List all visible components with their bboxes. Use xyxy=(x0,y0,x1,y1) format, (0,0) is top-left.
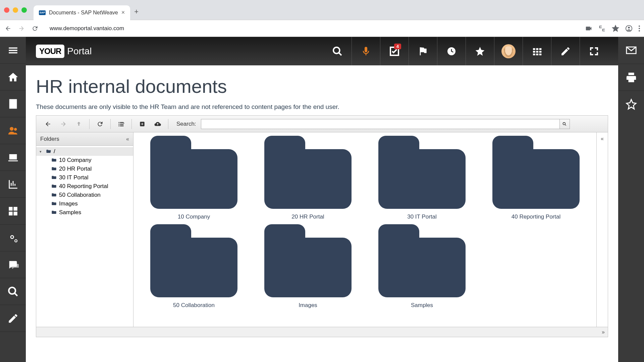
tree-item[interactable]: Images xyxy=(36,199,133,208)
folder-large-icon xyxy=(264,136,352,209)
file-explorer: Search: Folders « ▾ xyxy=(36,115,608,337)
rail-apps-button[interactable] xyxy=(0,198,26,225)
folder-item[interactable]: 40 Reporting Portal xyxy=(482,134,590,222)
new-tab-button[interactable]: + xyxy=(134,7,139,16)
explorer-back-button[interactable] xyxy=(41,118,55,130)
nav-back-button[interactable] xyxy=(4,24,12,33)
browser-toolbar: www.demoportal.vantaio.com xyxy=(0,20,644,37)
folder-large-icon xyxy=(378,136,466,209)
tree-item-label: 20 HR Portal xyxy=(59,166,92,172)
folder-item[interactable]: Images xyxy=(254,223,362,310)
header-search-button[interactable] xyxy=(323,37,352,65)
rail-edit-button[interactable] xyxy=(0,305,26,332)
rail-menu-button[interactable] xyxy=(0,37,26,64)
logo[interactable]: YOUR Portal xyxy=(36,45,92,58)
tab-close-icon[interactable]: × xyxy=(121,9,125,16)
rail-building-button[interactable] xyxy=(0,90,26,117)
folder-grid: 10 Company 20 HR Portal 30 IT Portal 40 … xyxy=(133,132,596,327)
folder-item[interactable]: 30 IT Portal xyxy=(368,134,476,222)
nav-reload-button[interactable] xyxy=(31,24,39,33)
browser-tab[interactable]: SAP Documents - SAP NetWeave × xyxy=(34,5,130,20)
folder-item[interactable]: 10 Company xyxy=(140,134,248,222)
right-rail-print-button[interactable] xyxy=(618,64,644,90)
header-tasks-button[interactable]: 4 xyxy=(380,37,409,65)
window-maximize[interactable] xyxy=(21,7,27,13)
search-input[interactable] xyxy=(201,119,559,129)
folder-label: Samples xyxy=(411,302,433,309)
explorer-footer: » xyxy=(36,327,608,337)
tree-item-label: Samples xyxy=(59,209,81,216)
explorer-forward-button[interactable] xyxy=(56,118,70,130)
folders-collapse-button[interactable]: « xyxy=(126,136,129,142)
explorer-refresh-button[interactable] xyxy=(93,118,107,130)
explorer-view-button[interactable] xyxy=(114,118,128,130)
folders-panel: Folders « ▾ / 10 Company 20 HR Portal 3 xyxy=(36,132,133,327)
rail-search-button[interactable] xyxy=(0,278,26,305)
tasks-badge: 4 xyxy=(394,44,401,49)
rail-users-button[interactable] xyxy=(0,117,26,144)
rail-home-button[interactable] xyxy=(0,64,26,90)
rail-settings-button[interactable] xyxy=(0,225,26,251)
header-edit-button[interactable] xyxy=(551,37,580,65)
header-mic-button[interactable] xyxy=(352,37,380,65)
tree-item[interactable]: 30 IT Portal xyxy=(36,173,133,182)
folder-item[interactable]: 50 Collaboration xyxy=(140,223,248,310)
profile-icon[interactable] xyxy=(625,25,633,32)
folder-label: 50 Collaboration xyxy=(173,302,215,309)
folder-item[interactable]: Samples xyxy=(368,223,476,310)
folder-large-icon xyxy=(264,224,352,297)
tree-item[interactable]: 10 Company xyxy=(36,156,133,165)
tab-favicon-icon: SAP xyxy=(39,10,46,15)
header-avatar-button[interactable] xyxy=(494,37,523,65)
header-flag-button[interactable] xyxy=(409,37,437,65)
explorer-new-button[interactable] xyxy=(135,118,149,130)
folders-header-label: Folders xyxy=(40,136,59,142)
folder-item[interactable]: 20 HR Portal xyxy=(254,134,362,222)
window-close[interactable] xyxy=(4,7,9,13)
right-rail-star-button[interactable] xyxy=(618,90,644,117)
header-clock-button[interactable] xyxy=(437,37,466,65)
details-expand-button[interactable]: « xyxy=(596,132,608,327)
tree-item[interactable]: 20 HR Portal xyxy=(36,165,133,173)
header-grid-button[interactable] xyxy=(523,37,551,65)
right-rail-mail-button[interactable] xyxy=(618,37,644,64)
folder-large-icon xyxy=(492,136,580,209)
rail-laptop-button[interactable] xyxy=(0,144,26,171)
window-minimize[interactable] xyxy=(13,7,18,13)
explorer-up-button[interactable] xyxy=(72,118,86,130)
header-star-button[interactable] xyxy=(466,37,494,65)
browser-menu-icon[interactable] xyxy=(639,25,640,32)
browser-tab-strip: SAP Documents - SAP NetWeave × + xyxy=(0,0,644,20)
tree-item-label: Images xyxy=(59,200,78,207)
explorer-upload-button[interactable] xyxy=(151,118,165,130)
svg-point-5 xyxy=(14,239,17,242)
folders-panel-header: Folders « xyxy=(36,132,133,146)
caret-down-icon: ▾ xyxy=(40,149,44,154)
search-label: Search: xyxy=(176,121,196,127)
folder-icon xyxy=(51,158,57,163)
logo-your: YOUR xyxy=(36,45,64,58)
tree-item[interactable]: 40 Reporting Portal xyxy=(36,182,133,191)
address-bar[interactable]: www.demoportal.vantaio.com xyxy=(44,22,580,35)
folder-large-icon xyxy=(150,136,237,209)
search-submit-button[interactable] xyxy=(559,119,570,129)
search-field xyxy=(201,119,570,129)
bookmark-star-icon[interactable] xyxy=(612,25,619,32)
folder-tree: ▾ / 10 Company 20 HR Portal 30 IT Portal… xyxy=(36,146,133,218)
folder-label: Images xyxy=(299,302,317,309)
tree-item[interactable]: 50 Collaboration xyxy=(36,191,133,199)
tree-item[interactable]: Samples xyxy=(36,208,133,217)
tree-root[interactable]: ▾ / xyxy=(36,147,133,156)
folder-label: 30 IT Portal xyxy=(407,214,437,220)
tree-item-label: 40 Reporting Portal xyxy=(59,183,108,190)
camera-icon[interactable] xyxy=(585,25,592,32)
rail-chart-button[interactable] xyxy=(0,171,26,198)
folder-large-icon xyxy=(150,224,237,297)
translate-icon[interactable] xyxy=(598,25,606,32)
svg-point-1 xyxy=(628,26,630,28)
logo-portal: Portal xyxy=(67,46,92,57)
rail-chat-button[interactable] xyxy=(0,251,26,278)
header-fullscreen-button[interactable] xyxy=(580,37,608,65)
footer-expand-icon[interactable]: » xyxy=(602,329,604,335)
nav-forward-button[interactable] xyxy=(17,24,25,33)
